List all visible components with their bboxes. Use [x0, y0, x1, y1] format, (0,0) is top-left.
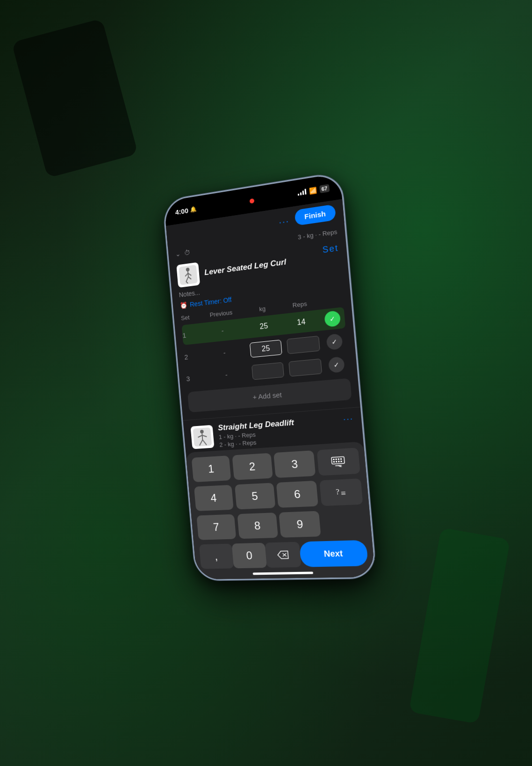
key-comma[interactable]: , — [199, 544, 234, 569]
key-6[interactable]: 6 — [276, 481, 318, 508]
svg-rect-17 — [336, 458, 337, 460]
svg-line-2 — [188, 271, 188, 277]
exercise2-image — [193, 427, 212, 447]
battery-indicator: 67 — [319, 184, 330, 194]
set-number-3: 3 — [186, 373, 204, 383]
col-reps-header: Reps — [280, 299, 319, 311]
set-number-1: 1 — [182, 329, 201, 339]
formula-icon: ? ≡ — [334, 485, 349, 499]
exercise2-info: Straight Leg Deadlift 1 - kg · - Reps 2 … — [217, 418, 295, 448]
backspace-icon — [277, 550, 290, 560]
bell-icon: 🔔 — [190, 206, 197, 213]
svg-rect-20 — [333, 461, 335, 462]
svg-rect-15 — [331, 457, 345, 464]
home-indicator — [253, 571, 314, 575]
phone-frame: 4:00 🔔 📶 67 — [162, 171, 377, 580]
formula-button[interactable]: ? ≡ — [319, 478, 363, 506]
key-3[interactable]: 3 — [273, 450, 316, 478]
key-1[interactable]: 1 — [191, 455, 231, 482]
numeric-keyboard: 1 2 3 — [186, 441, 375, 579]
keyboard-row-3: 7 8 9 — [193, 509, 370, 540]
keyboard-hide-button[interactable] — [317, 448, 360, 476]
keyboard-row-1: 1 2 3 — [188, 448, 364, 483]
key-7[interactable]: 7 — [196, 514, 236, 540]
key-0[interactable]: 0 — [231, 543, 267, 569]
set-previous-1: - — [200, 325, 246, 337]
time-display: 4:00 — [175, 206, 188, 216]
status-right: 📶 67 — [297, 184, 330, 197]
set-reps-3[interactable] — [288, 359, 322, 377]
set-kg-2[interactable] — [250, 340, 282, 358]
set-check-1[interactable]: ✓ — [324, 311, 341, 327]
checkmark-icon-3: ✓ — [333, 361, 340, 369]
set-number-2: 2 — [184, 351, 202, 361]
keyboard-row-4: , 0 Next — [195, 540, 372, 569]
svg-rect-21 — [336, 461, 337, 462]
set-kg-3[interactable] — [252, 362, 284, 380]
collapse-icon[interactable]: ⌄ — [175, 250, 180, 258]
col-set-header: Set — [180, 313, 199, 322]
timer-icon-small: ⏱ — [184, 249, 190, 257]
key-5[interactable]: 5 — [235, 483, 276, 509]
set-previous-3: - — [203, 369, 250, 381]
status-time: 4:00 🔔 — [175, 205, 197, 216]
svg-rect-23 — [341, 461, 342, 462]
svg-line-10 — [202, 434, 202, 440]
backspace-button[interactable] — [265, 542, 302, 568]
finish-button[interactable]: Finish — [294, 204, 336, 225]
recording-indicator — [250, 198, 255, 204]
exercise2-thumbnail — [190, 425, 214, 449]
exercise1-card: Lever Seated Leg Curl Set Notes... ⏰ Res… — [169, 236, 357, 389]
svg-rect-16 — [333, 459, 335, 460]
key-2[interactable]: 2 — [232, 453, 273, 480]
key-4[interactable]: 4 — [194, 485, 234, 511]
wifi-icon: 📶 — [309, 186, 317, 195]
set-check-3[interactable]: ✓ — [328, 356, 345, 373]
signal-icon — [297, 189, 306, 196]
svg-text:≡: ≡ — [341, 488, 346, 498]
set-reps-1[interactable] — [285, 313, 318, 331]
checkmark-icon-2: ✓ — [331, 338, 338, 346]
exercise1-more-button[interactable]: Set — [322, 243, 339, 255]
svg-text:?: ? — [336, 487, 340, 496]
keyboard-icon — [331, 456, 345, 467]
svg-rect-22 — [338, 461, 340, 462]
exercise2-more-button[interactable]: ··· — [343, 414, 354, 425]
key-8[interactable]: 8 — [237, 513, 278, 539]
key-9[interactable]: 9 — [279, 511, 321, 538]
exercise1-image — [179, 265, 198, 285]
header-more-button[interactable]: ... — [278, 213, 290, 226]
checkmark-icon-1: ✓ — [329, 315, 336, 323]
col-kg-header: kg — [244, 303, 281, 314]
exercise1-name: Lever Seated Leg Curl — [204, 257, 287, 277]
set-check-2[interactable]: ✓ — [326, 333, 343, 350]
exercise1-thumbnail — [176, 262, 200, 288]
col-check-header — [318, 296, 343, 306]
next-button[interactable]: Next — [299, 540, 368, 567]
set-kg-1[interactable] — [248, 318, 280, 335]
keyboard-row-2: 4 5 6 ? ≡ — [190, 478, 367, 512]
set-reps-2[interactable] — [287, 336, 320, 354]
rest-timer-icon: ⏰ — [180, 301, 187, 309]
svg-rect-19 — [340, 458, 342, 460]
set-previous-2: - — [201, 347, 248, 359]
svg-rect-18 — [338, 458, 339, 460]
battery-level: 67 — [321, 185, 328, 192]
